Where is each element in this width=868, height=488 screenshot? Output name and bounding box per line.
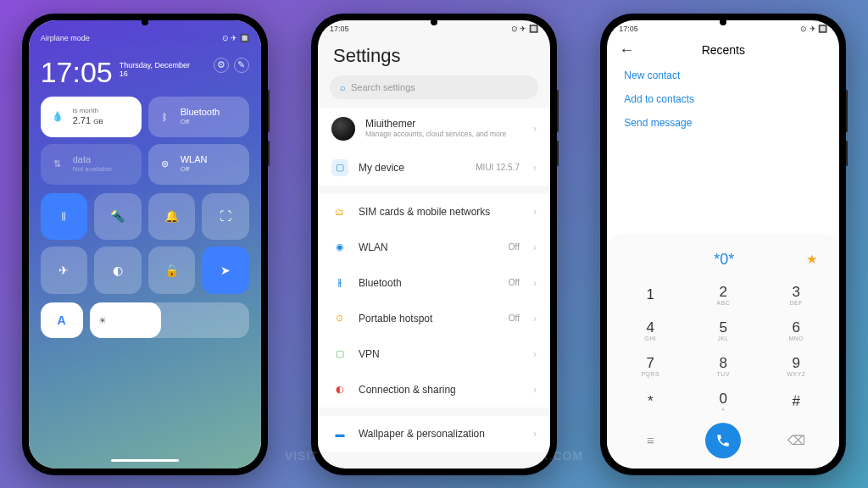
chevron-right-icon: › <box>533 162 537 174</box>
dialpad-key[interactable]: 3DEF <box>760 277 832 313</box>
mobile-data-tile[interactable]: ⇅ dataNot available <box>41 144 142 185</box>
account-row[interactable]: Miuithemer Manage accounts, cloud servic… <box>318 108 550 150</box>
dialpad-key[interactable]: # <box>760 384 832 419</box>
dialpad-key[interactable]: 0+ <box>687 384 760 419</box>
edit-icon[interactable]: ✎ <box>234 58 249 73</box>
settings-row[interactable]: ◐Connection & sharing› <box>318 372 550 408</box>
row-icon: ∦ <box>331 274 348 291</box>
dialpad-key[interactable]: 2ABC <box>687 277 760 313</box>
wallpaper-icon: ▬ <box>331 425 348 442</box>
dialpad-key[interactable]: 4GHI <box>614 313 687 348</box>
settings-row[interactable]: ⊙Portable hotspotOff› <box>318 301 550 336</box>
chevron-right-icon: › <box>533 313 537 324</box>
chevron-right-icon: › <box>533 384 537 396</box>
device-icon: ▢ <box>331 159 348 176</box>
search-icon: ⌕ <box>340 82 346 92</box>
backspace-button[interactable]: ⌫ <box>760 433 832 448</box>
avatar <box>331 117 355 141</box>
dial-display: *0* <box>642 251 806 269</box>
page-title: Recents <box>702 43 745 57</box>
settings-row[interactable]: ▢VPN› <box>318 336 550 372</box>
chevron-right-icon: › <box>533 428 537 440</box>
auto-brightness-button[interactable]: A <box>41 302 83 338</box>
location-toggle[interactable]: ➤ <box>202 247 249 294</box>
phone-control-center: Airplane mode ⊙ ✈ 🔲 17:05 Thursday, Dece… <box>22 14 268 475</box>
phone-settings: 17:05⊙ ✈ 🔲 Settings ⌕ Search settings Mi… <box>311 14 557 475</box>
clock: 17:05 <box>41 58 113 86</box>
settings-icon[interactable]: ⚙ <box>214 58 229 73</box>
bluetooth-tile[interactable]: ᛒ BluetoothOff <box>148 97 249 137</box>
wallpaper-row[interactable]: ▬ Wallpaper & personalization › <box>318 416 550 452</box>
dialpad-key[interactable]: 6MNO <box>760 313 832 348</box>
dialpad-key[interactable]: 9WXYZ <box>760 348 832 384</box>
watermark: VISIT FOR MORE THEMES - MIUITHEMER.COM <box>0 449 868 463</box>
status-time: 17:05 <box>619 25 638 33</box>
status-time: 17:05 <box>330 25 349 33</box>
airplane-toggle[interactable]: ✈ <box>41 247 88 294</box>
row-icon: ◐ <box>331 381 348 398</box>
row-icon: ⊙ <box>331 310 348 327</box>
chevron-right-icon: › <box>533 123 537 135</box>
status-icons: ⊙ ✈ 🔲 <box>222 34 249 42</box>
row-icon: ▢ <box>331 346 348 363</box>
lock-toggle[interactable]: 🔒 <box>148 247 196 294</box>
my-device-row[interactable]: ▢ My device MIUI 12.5.7 › <box>318 150 550 186</box>
settings-row[interactable]: ∦BluetoothOff› <box>318 265 550 301</box>
dialpad: *0* ★ 12ABC3DEF4GHI5JKL6MNO7PQRS8TUV9WXY… <box>607 237 839 469</box>
search-input[interactable]: ⌕ Search settings <box>330 75 538 99</box>
screenshot-toggle[interactable]: ⛶ <box>202 193 249 241</box>
flashlight-toggle[interactable]: 🔦 <box>94 193 142 241</box>
favorite-icon[interactable]: ★ <box>806 252 817 267</box>
wlan-tile[interactable]: ⊚ WLANOff <box>148 144 249 185</box>
back-button[interactable]: ← <box>619 42 634 59</box>
dnd-toggle[interactable]: 🔔 <box>148 193 196 241</box>
dialer-action[interactable]: Add to contacts <box>624 93 822 105</box>
control-center-panel: Airplane mode ⊙ ✈ 🔲 17:05 Thursday, Dece… <box>29 20 261 469</box>
dialpad-key[interactable]: 5JKL <box>687 313 760 348</box>
dialer-action[interactable]: Send message <box>624 117 822 129</box>
status-icons: ⊙ ✈ 🔲 <box>511 25 538 33</box>
settings-row[interactable]: 🗂SIM cards & mobile networks› <box>318 194 550 230</box>
row-icon: 🗂 <box>331 203 348 220</box>
dark-mode-toggle[interactable]: ◐ <box>94 247 142 294</box>
dialpad-key[interactable]: 7PQRS <box>614 348 687 384</box>
date: Thursday, December 16 <box>120 61 190 80</box>
menu-button[interactable]: ≡ <box>614 433 687 447</box>
brightness-slider[interactable] <box>90 302 249 338</box>
dialpad-key[interactable]: 8TUV <box>687 348 760 384</box>
page-title: Settings <box>318 35 550 75</box>
data-usage-tile[interactable]: 💧 is month2.71 GB <box>41 97 142 137</box>
dialpad-key[interactable]: * <box>614 384 687 419</box>
chevron-right-icon: › <box>533 206 537 218</box>
vibrate-toggle[interactable]: ⫴ <box>41 193 88 241</box>
dialpad-key[interactable]: 1 <box>614 277 687 313</box>
chevron-right-icon: › <box>533 241 537 253</box>
status-icons: ⊙ ✈ 🔲 <box>800 25 827 33</box>
chevron-right-icon: › <box>533 277 537 289</box>
phone-dialer: 17:05⊙ ✈ 🔲 ← Recents New contactAdd to c… <box>600 14 846 475</box>
status-airplane-label: Airplane mode <box>41 34 90 42</box>
dialer-action[interactable]: New contact <box>624 69 822 81</box>
settings-row[interactable]: ◉WLANOff› <box>318 230 550 265</box>
chevron-right-icon: › <box>533 348 537 360</box>
row-icon: ◉ <box>331 239 348 256</box>
